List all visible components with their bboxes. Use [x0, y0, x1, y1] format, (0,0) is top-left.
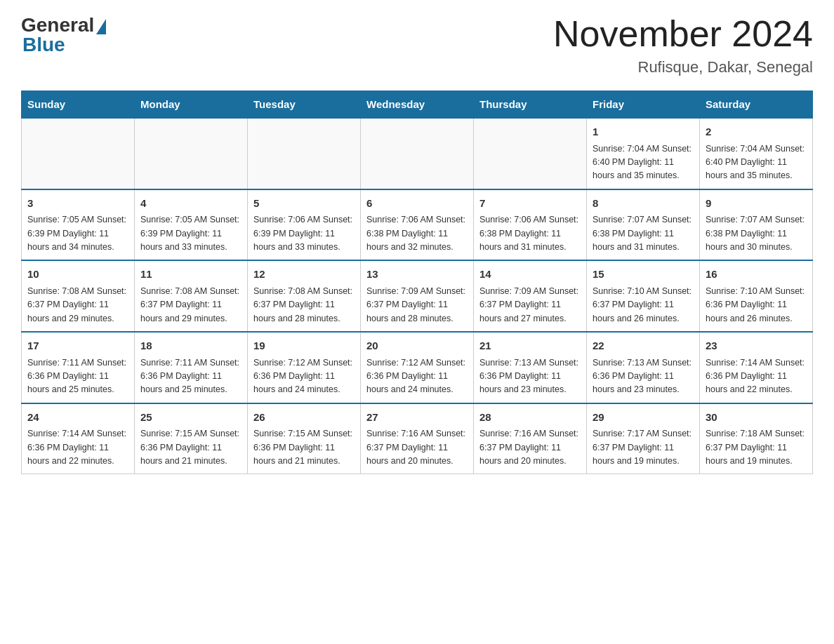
day-info: Sunrise: 7:09 AM Sunset: 6:37 PM Dayligh…: [479, 285, 581, 326]
day-number: 14: [479, 267, 581, 283]
week-row-2: 3Sunrise: 7:05 AM Sunset: 6:39 PM Daylig…: [22, 189, 813, 261]
calendar-cell: 28Sunrise: 7:16 AM Sunset: 6:37 PM Dayli…: [474, 403, 587, 474]
day-info: Sunrise: 7:04 AM Sunset: 6:40 PM Dayligh…: [706, 142, 807, 183]
day-info: Sunrise: 7:14 AM Sunset: 6:36 PM Dayligh…: [706, 356, 807, 397]
day-number: 30: [706, 410, 807, 426]
day-number: 29: [593, 410, 694, 426]
calendar-cell: 17Sunrise: 7:11 AM Sunset: 6:36 PM Dayli…: [22, 332, 135, 403]
calendar-cell: 27Sunrise: 7:16 AM Sunset: 6:37 PM Dayli…: [361, 403, 474, 474]
day-info: Sunrise: 7:08 AM Sunset: 6:37 PM Dayligh…: [140, 285, 241, 326]
logo-blue-text: Blue: [22, 34, 65, 56]
day-number: 9: [706, 196, 807, 212]
calendar-cell: 3Sunrise: 7:05 AM Sunset: 6:39 PM Daylig…: [22, 189, 135, 261]
day-info: Sunrise: 7:05 AM Sunset: 6:39 PM Dayligh…: [27, 213, 128, 254]
calendar-cell: 9Sunrise: 7:07 AM Sunset: 6:38 PM Daylig…: [700, 189, 813, 261]
calendar-cell: 26Sunrise: 7:15 AM Sunset: 6:36 PM Dayli…: [248, 403, 361, 474]
day-number: 19: [253, 338, 355, 354]
day-number: 5: [253, 196, 355, 212]
calendar-cell: 5Sunrise: 7:06 AM Sunset: 6:39 PM Daylig…: [248, 189, 361, 261]
column-header-sunday: Sunday: [22, 91, 135, 119]
day-info: Sunrise: 7:04 AM Sunset: 6:40 PM Dayligh…: [593, 142, 694, 183]
calendar-table: SundayMondayTuesdayWednesdayThursdayFrid…: [21, 90, 813, 474]
calendar-cell: 13Sunrise: 7:09 AM Sunset: 6:37 PM Dayli…: [361, 260, 474, 332]
calendar-cell: 21Sunrise: 7:13 AM Sunset: 6:36 PM Dayli…: [474, 332, 587, 403]
day-number: 21: [479, 338, 581, 354]
logo: General Blue: [21, 14, 106, 56]
day-info: Sunrise: 7:13 AM Sunset: 6:36 PM Dayligh…: [479, 356, 581, 397]
day-info: Sunrise: 7:07 AM Sunset: 6:38 PM Dayligh…: [593, 213, 694, 254]
calendar-cell: 12Sunrise: 7:08 AM Sunset: 6:37 PM Dayli…: [248, 260, 361, 332]
day-info: Sunrise: 7:16 AM Sunset: 6:37 PM Dayligh…: [366, 427, 468, 468]
column-header-thursday: Thursday: [474, 91, 587, 119]
day-info: Sunrise: 7:09 AM Sunset: 6:37 PM Dayligh…: [366, 285, 468, 326]
calendar-cell: 30Sunrise: 7:18 AM Sunset: 6:37 PM Dayli…: [700, 403, 813, 474]
title-area: November 2024 Rufisque, Dakar, Senegal: [553, 14, 813, 76]
day-number: 15: [593, 267, 694, 283]
calendar-cell: 24Sunrise: 7:14 AM Sunset: 6:36 PM Dayli…: [22, 403, 135, 474]
page-header: General Blue November 2024 Rufisque, Dak…: [21, 14, 813, 76]
day-info: Sunrise: 7:06 AM Sunset: 6:39 PM Dayligh…: [253, 213, 355, 254]
calendar-cell: 25Sunrise: 7:15 AM Sunset: 6:36 PM Dayli…: [135, 403, 248, 474]
calendar-cell: [248, 118, 361, 189]
day-info: Sunrise: 7:05 AM Sunset: 6:39 PM Dayligh…: [140, 213, 241, 254]
day-info: Sunrise: 7:10 AM Sunset: 6:36 PM Dayligh…: [706, 285, 807, 326]
day-info: Sunrise: 7:07 AM Sunset: 6:38 PM Dayligh…: [706, 213, 807, 254]
calendar-cell: 10Sunrise: 7:08 AM Sunset: 6:37 PM Dayli…: [22, 260, 135, 332]
calendar-cell: 14Sunrise: 7:09 AM Sunset: 6:37 PM Dayli…: [474, 260, 587, 332]
day-number: 4: [140, 196, 241, 212]
day-number: 7: [479, 196, 581, 212]
day-number: 23: [706, 338, 807, 354]
day-number: 3: [27, 196, 128, 212]
day-info: Sunrise: 7:15 AM Sunset: 6:36 PM Dayligh…: [253, 427, 355, 468]
column-header-saturday: Saturday: [700, 91, 813, 119]
calendar-cell: [135, 118, 248, 189]
day-number: 12: [253, 267, 355, 283]
day-number: 6: [366, 196, 468, 212]
day-number: 28: [479, 410, 581, 426]
day-number: 24: [27, 410, 128, 426]
day-info: Sunrise: 7:10 AM Sunset: 6:37 PM Dayligh…: [593, 285, 694, 326]
calendar-header-row: SundayMondayTuesdayWednesdayThursdayFrid…: [22, 91, 813, 119]
day-info: Sunrise: 7:13 AM Sunset: 6:36 PM Dayligh…: [593, 356, 694, 397]
day-info: Sunrise: 7:18 AM Sunset: 6:37 PM Dayligh…: [706, 427, 807, 468]
calendar-cell: 29Sunrise: 7:17 AM Sunset: 6:37 PM Dayli…: [587, 403, 700, 474]
day-number: 16: [706, 267, 807, 283]
day-info: Sunrise: 7:14 AM Sunset: 6:36 PM Dayligh…: [27, 427, 128, 468]
day-number: 20: [366, 338, 468, 354]
column-header-tuesday: Tuesday: [248, 91, 361, 119]
logo-triangle-icon: [96, 19, 106, 34]
day-number: 11: [140, 267, 241, 283]
calendar-cell: 7Sunrise: 7:06 AM Sunset: 6:38 PM Daylig…: [474, 189, 587, 261]
column-header-monday: Monday: [135, 91, 248, 119]
day-info: Sunrise: 7:06 AM Sunset: 6:38 PM Dayligh…: [366, 213, 468, 254]
day-info: Sunrise: 7:12 AM Sunset: 6:36 PM Dayligh…: [366, 356, 468, 397]
calendar-cell: [361, 118, 474, 189]
calendar-cell: 23Sunrise: 7:14 AM Sunset: 6:36 PM Dayli…: [700, 332, 813, 403]
calendar-cell: 6Sunrise: 7:06 AM Sunset: 6:38 PM Daylig…: [361, 189, 474, 261]
day-info: Sunrise: 7:06 AM Sunset: 6:38 PM Dayligh…: [479, 213, 581, 254]
day-number: 26: [253, 410, 355, 426]
day-info: Sunrise: 7:11 AM Sunset: 6:36 PM Dayligh…: [27, 356, 128, 397]
day-number: 17: [27, 338, 128, 354]
calendar-cell: [474, 118, 587, 189]
day-info: Sunrise: 7:17 AM Sunset: 6:37 PM Dayligh…: [593, 427, 694, 468]
calendar-cell: 15Sunrise: 7:10 AM Sunset: 6:37 PM Dayli…: [587, 260, 700, 332]
calendar-subtitle: Rufisque, Dakar, Senegal: [553, 58, 813, 76]
calendar-cell: 11Sunrise: 7:08 AM Sunset: 6:37 PM Dayli…: [135, 260, 248, 332]
day-number: 2: [706, 124, 807, 140]
calendar-title: November 2024: [553, 14, 813, 54]
calendar-cell: 1Sunrise: 7:04 AM Sunset: 6:40 PM Daylig…: [587, 118, 700, 189]
calendar-cell: 2Sunrise: 7:04 AM Sunset: 6:40 PM Daylig…: [700, 118, 813, 189]
column-header-friday: Friday: [587, 91, 700, 119]
calendar-cell: 4Sunrise: 7:05 AM Sunset: 6:39 PM Daylig…: [135, 189, 248, 261]
calendar-cell: 18Sunrise: 7:11 AM Sunset: 6:36 PM Dayli…: [135, 332, 248, 403]
day-info: Sunrise: 7:15 AM Sunset: 6:36 PM Dayligh…: [140, 427, 241, 468]
calendar-cell: 20Sunrise: 7:12 AM Sunset: 6:36 PM Dayli…: [361, 332, 474, 403]
day-number: 1: [593, 124, 694, 140]
day-number: 8: [593, 196, 694, 212]
week-row-4: 17Sunrise: 7:11 AM Sunset: 6:36 PM Dayli…: [22, 332, 813, 403]
day-info: Sunrise: 7:16 AM Sunset: 6:37 PM Dayligh…: [479, 427, 581, 468]
day-info: Sunrise: 7:08 AM Sunset: 6:37 PM Dayligh…: [253, 285, 355, 326]
column-header-wednesday: Wednesday: [361, 91, 474, 119]
day-number: 13: [366, 267, 468, 283]
